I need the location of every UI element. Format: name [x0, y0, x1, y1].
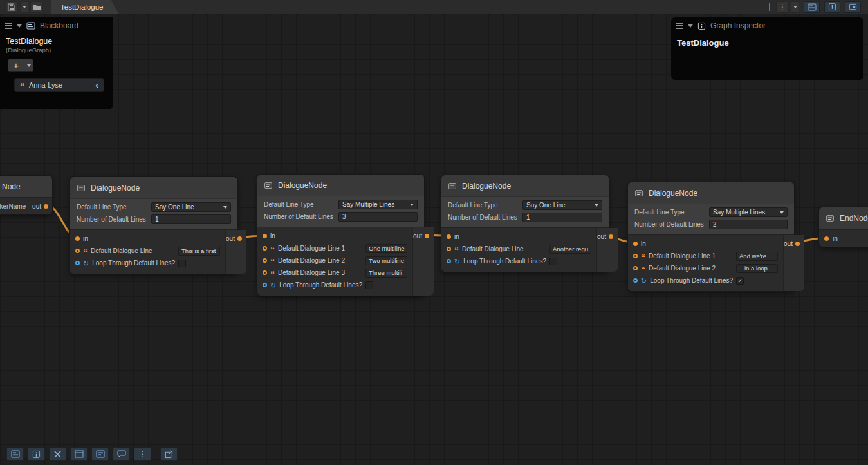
foldout-arrow-icon[interactable]: [17, 24, 22, 28]
blackboard-toggle-button[interactable]: [6, 447, 24, 461]
line-type-dropdown[interactable]: Say Multiple Lines: [709, 207, 788, 217]
node-title-bar[interactable]: Node: [0, 176, 52, 197]
window-button[interactable]: [70, 447, 88, 461]
save-button[interactable]: [5, 1, 18, 13]
tools-button[interactable]: [49, 447, 66, 461]
node-title-bar[interactable]: EndNode: [819, 207, 868, 229]
hamburger-icon[interactable]: [676, 25, 683, 26]
blackboard-field[interactable]: “ Anna-Lyse ‹: [14, 78, 104, 92]
chevron-down-icon: [595, 204, 598, 207]
loop-checkbox[interactable]: [365, 281, 373, 289]
out-port-label: out: [32, 203, 41, 210]
dialogue-line-port[interactable]: [263, 246, 267, 251]
hamburger-icon[interactable]: [5, 25, 12, 26]
field-value: 3: [342, 213, 346, 220]
node-title: DialogueNode: [91, 184, 140, 193]
dialogue-line-port[interactable]: [263, 258, 267, 263]
prop-label: Number of Default Lines: [77, 216, 151, 223]
out-port[interactable]: [237, 236, 242, 241]
graph-canvas[interactable]: Node kerName out DialogueNode Default Li…: [0, 0, 868, 465]
open-asset-button[interactable]: [30, 1, 43, 13]
loop-port[interactable]: [633, 278, 638, 283]
prop-label: Number of Default Lines: [448, 214, 522, 221]
prop-label: Default Line Type: [448, 202, 522, 209]
loop-port[interactable]: [75, 261, 80, 265]
dialogue-line-field[interactable]: ...in a loop: [736, 264, 778, 273]
prop-label: Default Line Type: [264, 201, 338, 208]
open-external-button[interactable]: [160, 447, 178, 461]
dialogue-node-icon: [448, 182, 457, 191]
chevron-left-icon[interactable]: ‹: [95, 80, 98, 90]
loop-checkbox[interactable]: [178, 260, 186, 267]
blackboard-toggle-button[interactable]: [804, 1, 820, 13]
dialogue-node-4[interactable]: DialogueNode Default Line Type Say Multi…: [627, 182, 795, 292]
out-port[interactable]: [425, 234, 429, 238]
board-button[interactable]: [91, 447, 109, 461]
node-properties: Default Line Type Say One Line Number of…: [441, 196, 609, 227]
in-port-label: in: [833, 235, 838, 242]
in-port[interactable]: [75, 236, 80, 241]
field-value: And we're...: [739, 252, 771, 260]
kebab-menu-button[interactable]: ⋮: [776, 1, 789, 13]
quote-icon: “: [641, 255, 645, 260]
field-value: 2: [713, 221, 717, 228]
out-port[interactable]: [795, 242, 800, 246]
dialogue-line-port[interactable]: [263, 270, 267, 275]
kebab-menu-button[interactable]: ⋮: [134, 447, 151, 461]
blackboard-panel: Blackboard TestDialogue (DialogueGraph) …: [0, 17, 113, 109]
start-node[interactable]: Node kerName out: [0, 175, 53, 215]
dialogue-node-1[interactable]: DialogueNode Default Line Type Say One L…: [69, 176, 238, 274]
dropdown-value: Say Multiple Lines: [342, 201, 394, 208]
dialogue-line-field[interactable]: This is a first: [178, 247, 220, 256]
num-default-lines-field[interactable]: 1: [151, 214, 231, 224]
chevron-down-icon: [780, 211, 784, 214]
add-field-button[interactable]: +: [8, 59, 24, 72]
dialogue-line-port[interactable]: [75, 249, 80, 253]
save-dropdown-button[interactable]: [20, 1, 28, 13]
num-default-lines-field[interactable]: 3: [338, 212, 418, 222]
node-title-bar[interactable]: DialogueNode: [628, 182, 794, 204]
dialogue-line-field[interactable]: One multiline: [365, 244, 407, 253]
in-port[interactable]: [447, 234, 451, 239]
foldout-arrow-icon[interactable]: [688, 24, 693, 28]
loop-port[interactable]: [263, 283, 267, 287]
kebab-dropdown-button[interactable]: [791, 1, 799, 13]
row-label: Loop Through Default Lines?: [279, 281, 362, 289]
dropdown-value: Say One Line: [526, 202, 566, 209]
line-type-dropdown[interactable]: Say Multiple Lines: [338, 200, 418, 209]
node-title-bar[interactable]: DialogueNode: [441, 175, 609, 196]
loop-port[interactable]: [447, 259, 451, 263]
inspector-toggle-button[interactable]: [824, 1, 840, 13]
minimap-toggle-button[interactable]: [845, 1, 861, 13]
dialogue-node-2[interactable]: DialogueNode Default Line Type Say Multi…: [257, 174, 425, 296]
dialogue-line-port[interactable]: [633, 266, 638, 270]
dialogue-line-field[interactable]: Three multili: [365, 269, 407, 278]
out-port[interactable]: [609, 234, 613, 239]
line-type-dropdown[interactable]: Say One Line: [151, 202, 231, 212]
node-title-bar[interactable]: DialogueNode: [257, 175, 424, 196]
row-label: Default Dialogue Line 2: [649, 265, 716, 272]
dialogue-node-3[interactable]: DialogueNode Default Line Type Say One L…: [441, 175, 609, 272]
node-title-bar[interactable]: DialogueNode: [70, 177, 237, 198]
num-default-lines-field[interactable]: 1: [522, 213, 602, 222]
loop-checkbox[interactable]: ✓: [736, 277, 744, 285]
loop-checkbox[interactable]: [549, 258, 557, 265]
row-label: Default Dialogue Line 1: [649, 252, 716, 260]
dialogue-line-field[interactable]: Two multiline: [365, 256, 407, 265]
in-port[interactable]: [633, 242, 638, 246]
num-default-lines-field[interactable]: 2: [709, 220, 788, 229]
dialogue-line-field[interactable]: Another regu: [549, 245, 591, 254]
asset-tab[interactable]: TestDialogue: [51, 0, 118, 14]
out-port[interactable]: [44, 204, 48, 209]
dialogue-line-field[interactable]: And we're...: [736, 252, 778, 261]
dialogue-line-port[interactable]: [447, 247, 451, 251]
inspector-toggle-button[interactable]: [28, 447, 45, 461]
in-port[interactable]: [824, 236, 829, 241]
add-field-dropdown[interactable]: [24, 59, 33, 72]
dialogue-line-port[interactable]: [633, 254, 638, 258]
field-value: 1: [155, 216, 159, 223]
in-port[interactable]: [263, 234, 267, 238]
line-type-dropdown[interactable]: Say One Line: [522, 200, 602, 210]
dialogue-button[interactable]: [113, 447, 130, 461]
end-node[interactable]: EndNode in: [818, 207, 868, 247]
